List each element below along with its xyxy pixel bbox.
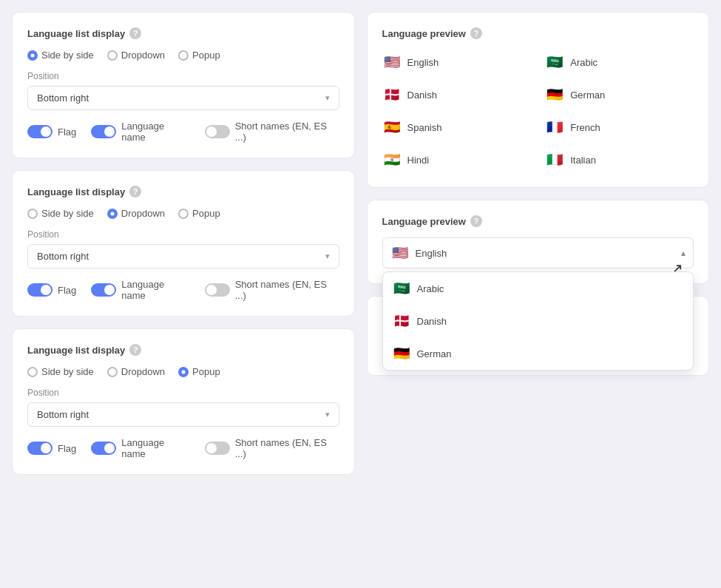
lang-item-hindi[interactable]: 🇮🇳 Hindi	[382, 147, 531, 172]
radio-side-by-side-2[interactable]: Side by side	[27, 208, 94, 219]
toggle-langname-1-switch[interactable]	[91, 125, 116, 138]
lang-item-danish[interactable]: 🇩🇰 Danish	[382, 82, 531, 107]
toggle-shortnames-2-switch[interactable]	[205, 283, 230, 297]
toggle-langname-3[interactable]: Language name	[91, 437, 189, 459]
radio-side-by-side-1[interactable]: Side by side	[27, 50, 94, 61]
panel-1-chevron-icon: ▾	[325, 93, 330, 103]
radio-dropdown-1[interactable]: Dropdown	[107, 50, 165, 61]
toggle-langname-1[interactable]: Language name	[91, 121, 189, 143]
toggle-shortnames-2-label: Short names (EN, ES ...)	[235, 279, 339, 301]
toggle-flag-2-switch[interactable]	[27, 283, 53, 297]
panel-2-position-value: Bottom right	[37, 251, 89, 262]
lang-name-french: French	[570, 122, 600, 133]
panel-1-help-icon[interactable]: ?	[129, 27, 141, 39]
radio-dropdown-3-label: Dropdown	[121, 366, 165, 377]
radio-side-by-side-3[interactable]: Side by side	[27, 366, 94, 377]
radio-side-by-side-3-label: Side by side	[41, 366, 94, 377]
lang-item-english[interactable]: 🇺🇸 English	[382, 50, 531, 75]
panel-1-position-select[interactable]: Bottom right ▾	[27, 86, 339, 110]
lang-name-hindi: Hindi	[407, 155, 430, 166]
panel-2-toggle-group: Flag Language name Short names (EN, ES .…	[27, 279, 339, 301]
radio-popup-2-label: Popup	[192, 208, 220, 219]
radio-dropdown-3[interactable]: Dropdown	[107, 366, 165, 377]
preview-1-help-icon[interactable]: ?	[470, 27, 482, 39]
toggle-shortnames-1[interactable]: Short names (EN, ES ...)	[205, 121, 339, 143]
panel-2-position-label: Position	[27, 229, 339, 240]
panel-2: Language list display ? Side by side Dro…	[12, 170, 355, 317]
toggle-flag-1[interactable]: Flag	[27, 125, 76, 138]
flag-german-dd: 🇩🇪	[392, 344, 411, 363]
preview-1-title-text: Language preview	[382, 28, 466, 39]
panel-2-title-text: Language list display	[27, 186, 125, 197]
lang-item-french[interactable]: 🇫🇷 French	[545, 115, 694, 140]
radio-popup-2-input[interactable]	[178, 209, 189, 219]
flag-german: 🇩🇪	[545, 85, 564, 104]
preview-2: Language preview ? 🇺🇸 English ▴ ↗ �	[367, 200, 710, 284]
radio-side-by-side-2-label: Side by side	[41, 208, 94, 219]
radio-dropdown-2[interactable]: Dropdown	[107, 208, 165, 219]
panel-3-help-icon[interactable]: ?	[129, 344, 141, 356]
lang-item-italian[interactable]: 🇮🇹 Italian	[545, 147, 694, 172]
radio-dropdown-2-label: Dropdown	[121, 208, 165, 219]
panel-2-help-icon[interactable]: ?	[129, 186, 141, 197]
toggle-shortnames-3-label: Short names (EN, ES ...)	[235, 437, 339, 459]
panel-3-chevron-icon: ▾	[325, 410, 330, 419]
flag-spanish: 🇪🇸	[382, 118, 402, 137]
panel-3-position-select[interactable]: Bottom right ▾	[27, 402, 339, 427]
panel-1: Language list display ? Side by side Dro…	[12, 12, 355, 158]
toggle-shortnames-1-switch[interactable]	[205, 125, 230, 138]
toggle-flag-1-switch[interactable]	[27, 125, 53, 138]
radio-side-by-side-2-input[interactable]	[27, 209, 38, 219]
radio-side-by-side-1-input[interactable]	[27, 50, 38, 61]
dropdown-item-arabic[interactable]: 🇸🇦 Arabic	[383, 272, 694, 305]
lang-name-danish: Danish	[407, 89, 437, 101]
flag-french: 🇫🇷	[545, 118, 564, 137]
radio-popup-3-label: Popup	[192, 366, 220, 377]
toggle-flag-1-label: Flag	[58, 126, 76, 138]
main-layout: Language list display ? Side by side Dro…	[12, 12, 709, 475]
panel-1-toggle-group: Flag Language name Short names (EN, ES .…	[27, 121, 339, 143]
dropdown-item-danish[interactable]: 🇩🇰 Danish	[383, 305, 694, 337]
radio-dropdown-1-input[interactable]	[107, 50, 118, 61]
panel-2-chevron-icon: ▾	[325, 251, 330, 261]
radio-popup-1-input[interactable]	[178, 50, 189, 61]
toggle-shortnames-1-label: Short names (EN, ES ...)	[235, 121, 339, 143]
toggle-shortnames-3-switch[interactable]	[205, 442, 230, 455]
toggle-flag-2[interactable]: Flag	[27, 283, 76, 297]
lang-item-spanish[interactable]: 🇪🇸 Spanish	[382, 115, 531, 140]
lang-item-arabic[interactable]: 🇸🇦 Arabic	[545, 50, 694, 75]
radio-dropdown-3-input[interactable]	[107, 367, 118, 377]
toggle-flag-3-switch[interactable]	[27, 442, 53, 455]
radio-side-by-side-1-label: Side by side	[41, 50, 94, 61]
radio-side-by-side-3-input[interactable]	[27, 367, 38, 377]
radio-dropdown-2-input[interactable]	[107, 209, 118, 219]
preview-2-help-icon[interactable]: ?	[470, 215, 482, 227]
lang-name-italian: Italian	[570, 155, 596, 166]
toggle-langname-2-switch[interactable]	[91, 283, 116, 297]
radio-popup-1[interactable]: Popup	[178, 50, 220, 61]
toggle-langname-3-switch[interactable]	[91, 442, 116, 455]
panel-3-toggle-group: Flag Language name Short names (EN, ES .…	[27, 437, 339, 459]
radio-popup-2[interactable]: Popup	[178, 208, 220, 219]
panel-3-position-label: Position	[27, 388, 339, 398]
toggle-langname-2[interactable]: Language name	[91, 279, 189, 301]
panel-2-title: Language list display ?	[27, 186, 339, 197]
toggle-shortnames-2[interactable]: Short names (EN, ES ...)	[205, 279, 339, 301]
dropdown-selected[interactable]: 🇺🇸 English ▴	[382, 237, 694, 268]
preview-1-lang-grid: 🇺🇸 English 🇸🇦 Arabic 🇩🇰 Danish 🇩🇪 German	[382, 50, 694, 172]
preview-2-dropdown: 🇺🇸 English ▴ ↗ 🇸🇦 Arabic 🇩�	[382, 237, 694, 268]
panel-1-radio-group: Side by side Dropdown Popup	[27, 50, 339, 61]
flag-selected: 🇺🇸	[390, 243, 410, 263]
dropdown-label-arabic: Arabic	[417, 283, 444, 294]
left-column: Language list display ? Side by side Dro…	[12, 12, 355, 475]
dropdown-item-german[interactable]: 🇩🇪 German	[383, 337, 694, 370]
radio-popup-3[interactable]: Popup	[178, 366, 220, 377]
toggle-flag-2-label: Flag	[58, 285, 76, 296]
dropdown-label-german: German	[417, 348, 452, 359]
toggle-shortnames-3[interactable]: Short names (EN, ES ...)	[205, 437, 339, 459]
toggle-langname-1-label: Language name	[121, 121, 189, 143]
radio-popup-3-input[interactable]	[178, 367, 189, 377]
toggle-flag-3[interactable]: Flag	[27, 442, 76, 455]
lang-item-german[interactable]: 🇩🇪 German	[545, 82, 694, 107]
panel-2-position-select[interactable]: Bottom right ▾	[27, 244, 339, 268]
